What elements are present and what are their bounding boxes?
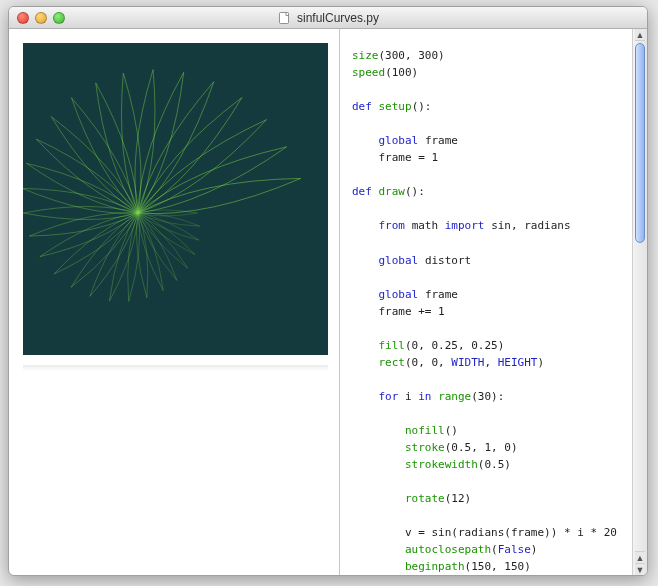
svg-rect-1 — [23, 43, 328, 355]
content-split: size(300, 300) speed(100) def setup(): g… — [9, 29, 647, 575]
traffic-lights — [9, 12, 65, 24]
close-icon[interactable] — [17, 12, 29, 24]
titlebar[interactable]: sinfulCurves.py — [9, 7, 647, 29]
code-editor[interactable]: size(300, 300) speed(100) def setup(): g… — [352, 47, 620, 575]
zoom-icon[interactable] — [53, 12, 65, 24]
svg-rect-0 — [279, 12, 288, 23]
spirograph-graphic — [23, 43, 328, 355]
code-scroll[interactable]: size(300, 300) speed(100) def setup(): g… — [340, 29, 632, 575]
vertical-scrollbar[interactable]: ▲ ▲ ▼ — [632, 29, 647, 575]
render-canvas — [23, 43, 328, 355]
code-pane: size(300, 300) speed(100) def setup(): g… — [340, 29, 647, 575]
scroll-thumb[interactable] — [635, 43, 645, 243]
window-title: sinfulCurves.py — [297, 11, 379, 25]
minimize-icon[interactable] — [35, 12, 47, 24]
canvas-shadow — [23, 365, 328, 371]
app-window: sinfulCurves.py size(300, 300) speed(100… — [8, 6, 648, 576]
scroll-up-icon-bottom[interactable]: ▲ — [635, 551, 645, 563]
scroll-up-icon[interactable]: ▲ — [635, 29, 645, 41]
scroll-down-icon[interactable]: ▼ — [635, 563, 645, 575]
document-icon — [277, 11, 291, 25]
preview-pane — [9, 29, 339, 575]
